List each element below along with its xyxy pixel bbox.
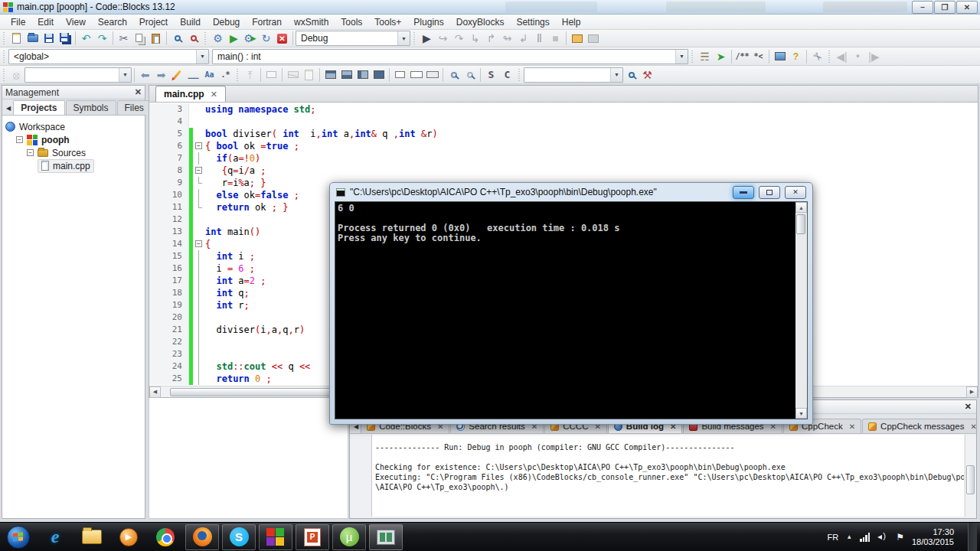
prev-arrow-icon[interactable]: ⬅ <box>137 67 153 83</box>
menu-item-wxsmith[interactable]: wxSmith <box>288 15 335 29</box>
fold-margin[interactable]: − <box>193 165 205 177</box>
menu-item-project[interactable]: Project <box>133 15 174 29</box>
step-into-instruction-icon[interactable]: ↲ <box>515 31 531 46</box>
tree-item-sources[interactable]: − Sources <box>27 146 142 159</box>
taskbar-firefox[interactable] <box>185 524 219 550</box>
doxy-line-comment-icon[interactable]: *< <box>750 49 766 64</box>
menu-item-help[interactable]: Help <box>556 15 587 29</box>
tab-files[interactable]: Files <box>117 100 152 115</box>
fold-collapse-icon[interactable]: − <box>195 240 202 247</box>
tree-item-project[interactable]: − pooph <box>16 133 142 146</box>
window-layout-icon[interactable] <box>354 67 371 83</box>
split-vertical-icon[interactable]: C <box>499 67 515 83</box>
show-desktop-button[interactable] <box>968 523 977 551</box>
tree-item-workspace[interactable]: Workspace <box>5 120 142 133</box>
insert-image-icon[interactable] <box>772 49 788 64</box>
tab-symbols[interactable]: Symbols <box>66 100 116 115</box>
menu-item-edit[interactable]: Edit <box>31 15 60 29</box>
split-horizontal-icon[interactable]: S <box>483 67 499 83</box>
run-html-icon[interactable]: ➤ <box>713 49 729 64</box>
console-vertical-scrollbar[interactable]: ▲ ▼ <box>795 202 807 419</box>
taskbar-media-player[interactable]: ▶ <box>112 524 145 550</box>
jump-back-icon[interactable]: ◀| <box>834 49 850 64</box>
action-center-flag-icon[interactable]: ⚑ <box>896 532 904 543</box>
pointer-icon[interactable]: ⤒ <box>242 67 258 83</box>
window-outline-icon[interactable] <box>424 67 440 83</box>
menu-item-doxyblocks[interactable]: DoxyBlocks <box>450 15 511 29</box>
abort-icon[interactable]: ✕ <box>274 31 290 46</box>
minimize-icon[interactable]: – <box>912 1 933 14</box>
menu-item-fortran[interactable]: Fortran <box>246 15 288 29</box>
scrollbar-thumb[interactable] <box>796 214 805 234</box>
incremental-search-input[interactable]: ▼ <box>24 67 132 83</box>
menu-item-plugins[interactable]: Plugins <box>407 15 449 29</box>
window-outline-icon[interactable] <box>408 67 424 83</box>
find-icon[interactable] <box>169 31 185 46</box>
close-icon[interactable]: ✕ <box>956 1 978 14</box>
break-debugger-icon[interactable]: ‖ <box>531 31 547 46</box>
settings-wrench-icon[interactable]: ⚒ <box>639 67 655 83</box>
redo-icon[interactable]: ↷ <box>94 31 110 46</box>
code-line[interactable]: 4 <box>149 116 978 128</box>
window-layout-icon[interactable] <box>322 67 338 83</box>
wrench-icon[interactable]: ✂ <box>809 49 825 64</box>
window-layout-icon[interactable] <box>338 67 354 83</box>
rebuild-icon[interactable]: ↻ <box>258 31 274 46</box>
selection-icon[interactable]: ⎼ <box>185 67 201 83</box>
scroll-up-icon[interactable]: ▲ <box>795 202 807 213</box>
jump-marker-icon[interactable]: ● <box>850 49 866 64</box>
taskbar-codeblocks[interactable] <box>259 524 292 550</box>
scroll-left-icon[interactable]: ◀ <box>149 386 161 398</box>
zoom-out-icon[interactable] <box>462 67 478 83</box>
jump-forward-icon[interactable]: |▶ <box>866 49 882 64</box>
scrollbar-thumb[interactable] <box>966 465 975 494</box>
run-to-cursor-icon[interactable]: ↪ <box>435 31 451 46</box>
close-icon[interactable]: ✕ <box>211 90 217 99</box>
copy-icon[interactable] <box>132 31 148 46</box>
code-line[interactable]: 8− {q=i/a ; <box>149 165 978 177</box>
menu-item-settings[interactable]: Settings <box>510 15 555 29</box>
various-info-icon[interactable] <box>585 31 601 46</box>
code-line[interactable]: 5bool diviser( int i,int a,int& q ,int &… <box>149 128 978 140</box>
doxy-block-comment-icon[interactable]: /** <box>734 49 750 64</box>
window-titlebar[interactable]: main.cpp [pooph] - Code::Blocks 13.12 – … <box>0 0 980 15</box>
match-case-icon[interactable]: Aa <box>201 67 217 83</box>
next-instruction-icon[interactable]: ↬ <box>499 31 515 46</box>
management-header[interactable]: Management ✕ <box>2 86 145 99</box>
menu-item-file[interactable]: File <box>5 15 31 29</box>
close-icon[interactable]: ✕ <box>135 87 142 97</box>
menu-item-build[interactable]: Build <box>174 15 207 29</box>
open-file-icon[interactable] <box>24 31 41 46</box>
extract-doc-icon[interactable]: ☴ <box>697 49 713 64</box>
doxy-help-icon[interactable]: ? <box>788 49 804 64</box>
debugging-windows-icon[interactable] <box>569 31 585 46</box>
collapse-icon[interactable]: − <box>16 136 23 143</box>
replace-icon[interactable] <box>185 31 201 46</box>
network-icon[interactable] <box>860 533 870 542</box>
fold-collapse-icon[interactable]: − <box>195 167 202 174</box>
taskbar-utorrent[interactable]: µ <box>332 524 366 550</box>
tree-item-maincpp[interactable]: main.cpp <box>38 159 142 172</box>
fold-margin[interactable]: − <box>193 238 205 250</box>
undo-icon[interactable]: ↶ <box>78 31 94 46</box>
step-into-icon[interactable]: ↳ <box>467 31 483 46</box>
menu-item-view[interactable]: View <box>60 15 92 29</box>
window-outline-icon[interactable] <box>392 67 408 83</box>
highlight-icon[interactable] <box>169 67 185 83</box>
regex-icon[interactable]: .* <box>217 67 234 83</box>
save-all-icon[interactable] <box>57 31 73 46</box>
fold-collapse-icon[interactable]: − <box>195 142 202 149</box>
taskbar-internet-explorer[interactable]: e <box>38 524 72 550</box>
close-icon[interactable]: ✕ <box>785 186 806 199</box>
paste-icon[interactable] <box>148 31 164 46</box>
close-icon[interactable]: ✕ <box>849 422 855 431</box>
minimize-icon[interactable] <box>733 186 754 199</box>
new-file-icon[interactable] <box>8 31 24 46</box>
debug-continue-icon[interactable]: ▶ <box>419 31 435 46</box>
menu-item-debug[interactable]: Debug <box>207 15 246 29</box>
cut-icon[interactable]: ✂ <box>116 31 132 46</box>
stop-debugger-icon[interactable]: ■ <box>547 31 564 46</box>
code-line[interactable]: 6−{ bool ok =true ; <box>149 140 978 152</box>
close-icon[interactable]: ✕ <box>965 402 972 412</box>
menu-item-tools[interactable]: Tools <box>335 15 368 29</box>
